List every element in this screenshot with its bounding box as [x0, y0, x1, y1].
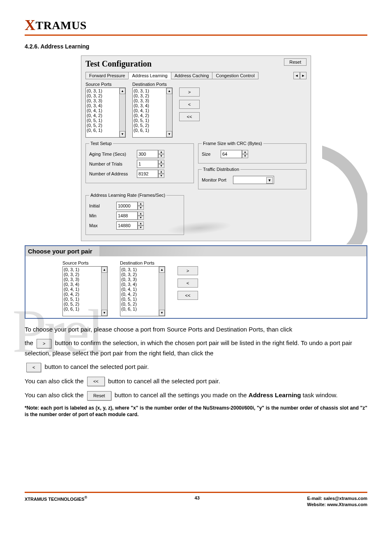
tab-address-learning[interactable]: Address Learning	[128, 72, 171, 79]
spin-down-icon[interactable]: ▼	[138, 216, 144, 220]
para-2a: the	[25, 339, 35, 346]
spin-up-icon[interactable]: ▲	[158, 170, 164, 174]
destination-ports-label: Destination Ports	[120, 260, 165, 265]
spin-down-icon[interactable]: ▼	[158, 174, 164, 178]
footer-company: XTRAMUS TECHNOLOGIES	[25, 497, 84, 502]
frame-size-legend: Frame Size with CRC (Bytes)	[202, 141, 263, 146]
scroll-up-icon[interactable]: ▲	[120, 88, 125, 94]
initial-rate-input[interactable]	[116, 202, 138, 210]
spin-down-icon[interactable]: ▼	[242, 154, 248, 158]
remove-pair-button-inline[interactable]: <	[26, 363, 41, 372]
destination-ports-listbox[interactable]: (0, 3, 1) (0, 3, 2) (0, 3, 3) (0, 3, 4) …	[132, 88, 173, 138]
para-5c: Address Learning	[249, 391, 301, 398]
tab-scroll-left-icon[interactable]: ◄	[293, 72, 300, 79]
scroll-down-icon[interactable]: ▼	[159, 310, 165, 316]
add-pair-button-inline[interactable]: >	[37, 339, 51, 348]
source-ports-listbox[interactable]: (0, 3, 1) (0, 3, 2) (0, 3, 3) (0, 3, 4) …	[62, 266, 108, 316]
scroll-down-icon[interactable]: ▼	[166, 131, 172, 137]
tab-strip: Forward Pressure Address Learning Addres…	[85, 72, 307, 79]
monitor-port-dropdown[interactable]	[233, 176, 274, 184]
spin-up-icon[interactable]: ▲	[138, 221, 144, 226]
para-4a: You can also click the	[25, 378, 85, 385]
list-item[interactable]: (0, 3, 2)	[64, 272, 106, 277]
source-ports-label: Source Ports	[85, 82, 126, 87]
para-3: button to cancel the selected port pair.	[45, 363, 149, 370]
size-label: Size	[202, 152, 218, 157]
list-item[interactable]: (0, 6, 1)	[121, 306, 164, 311]
list-item[interactable]: (0, 4, 1)	[121, 287, 164, 292]
clear-pairs-button[interactable]: <<	[179, 112, 200, 121]
page-number: 43	[195, 495, 200, 500]
spin-up-icon[interactable]: ▲	[158, 150, 164, 154]
monitor-port-label: Monitor Port	[202, 177, 231, 182]
trials-input[interactable]	[137, 160, 158, 168]
list-item[interactable]: (0, 4, 2)	[64, 292, 106, 297]
list-item[interactable]: (0, 3, 3)	[64, 277, 106, 282]
aging-time-input[interactable]	[137, 150, 158, 158]
aging-time-label: Aging Time (Secs)	[89, 152, 134, 157]
spin-down-icon[interactable]: ▼	[138, 206, 144, 210]
list-item[interactable]: (0, 5, 2)	[64, 302, 106, 306]
para-5d: task window.	[303, 391, 338, 398]
list-item[interactable]: (0, 3, 4)	[121, 282, 164, 287]
scroll-up-icon[interactable]: ▲	[159, 267, 165, 273]
max-rate-input[interactable]	[116, 221, 138, 230]
list-item[interactable]: (0, 4, 2)	[121, 292, 164, 297]
para-1: To choose your port pair, please choose …	[25, 326, 292, 333]
list-item[interactable]: (0, 5, 2)	[121, 302, 164, 306]
scroll-up-icon[interactable]: ▲	[166, 88, 172, 94]
tab-congestion-control[interactable]: Congestion Control	[212, 72, 258, 79]
spin-down-icon[interactable]: ▼	[158, 154, 164, 158]
list-item[interactable]: (0, 4, 1)	[64, 287, 106, 292]
remove-pair-button[interactable]: <	[178, 279, 198, 288]
scroll-down-icon[interactable]: ▼	[120, 131, 125, 137]
trials-label: Number of Trials	[89, 161, 134, 166]
test-setup-legend: Test Setup	[89, 141, 113, 146]
list-item[interactable]: (0, 3, 1)	[121, 267, 164, 272]
frame-size-input[interactable]	[221, 150, 242, 158]
reset-button[interactable]: Reset	[284, 58, 307, 66]
list-item[interactable]: (0, 3, 4)	[64, 282, 106, 287]
spin-up-icon[interactable]: ▲	[242, 150, 248, 154]
footer-email-label: E-mail:	[307, 496, 324, 501]
tab-scroll-right-icon[interactable]: ►	[300, 72, 307, 79]
spin-up-icon[interactable]: ▲	[138, 212, 144, 216]
para-5a: You can also click the	[25, 391, 85, 398]
footnote: *Note: each port is labeled as (x, y, z)…	[25, 405, 367, 418]
address-count-input[interactable]	[137, 170, 158, 178]
frame-size-group: Frame Size with CRC (Bytes) Size ▲▼	[198, 141, 307, 164]
spin-down-icon[interactable]: ▼	[138, 226, 144, 230]
list-item[interactable]: (0, 5, 1)	[121, 297, 164, 302]
clear-pairs-button[interactable]: <<	[178, 291, 198, 300]
footer-site: www.Xtramus.com	[327, 502, 367, 507]
scroll-down-icon[interactable]: ▼	[101, 310, 107, 316]
add-pair-button[interactable]: >	[179, 88, 200, 97]
explain-heading: Choose your port pair	[25, 246, 367, 256]
add-pair-button[interactable]: >	[178, 266, 198, 275]
window-title: Test Configuration	[85, 59, 152, 69]
tab-address-caching[interactable]: Address Caching	[171, 72, 213, 79]
list-item[interactable]: (0, 3, 3)	[121, 277, 164, 282]
source-ports-listbox[interactable]: (0, 3, 1) (0, 3, 2) (0, 3, 3) (0, 3, 4) …	[85, 88, 126, 138]
para-4b: button to cancel all the selected port p…	[108, 378, 220, 385]
spin-up-icon[interactable]: ▲	[158, 160, 164, 164]
reset-button-inline[interactable]: Reset	[87, 391, 111, 401]
list-item[interactable]: (0, 6, 1)	[64, 306, 106, 311]
spin-down-icon[interactable]: ▼	[158, 164, 164, 168]
remove-pair-button[interactable]: <	[179, 100, 200, 109]
list-item[interactable]: (0, 3, 1)	[64, 267, 106, 272]
list-item[interactable]: (0, 5, 1)	[64, 297, 106, 302]
port-pair-explain-box: Choose your port pair Source Ports (0, 3…	[25, 245, 367, 319]
min-rate-input[interactable]	[116, 212, 138, 220]
body-text: To choose your port pair, please choose …	[25, 325, 367, 401]
tab-forward-pressure[interactable]: Forward Pressure	[85, 72, 129, 79]
para-5b: button to cancel all the settings you ma…	[115, 391, 249, 398]
clear-pairs-button-inline[interactable]: <<	[87, 377, 105, 386]
scroll-up-icon[interactable]: ▲	[101, 267, 107, 273]
destination-ports-listbox[interactable]: (0, 3, 1) (0, 3, 2) (0, 3, 3) (0, 3, 4) …	[120, 266, 165, 316]
watermark-graphic	[322, 142, 367, 244]
destination-ports-label: Destination Ports	[132, 82, 173, 87]
list-item[interactable]: (0, 3, 2)	[121, 272, 164, 277]
footer-site-label: Website:	[307, 502, 327, 507]
spin-up-icon[interactable]: ▲	[138, 202, 144, 206]
